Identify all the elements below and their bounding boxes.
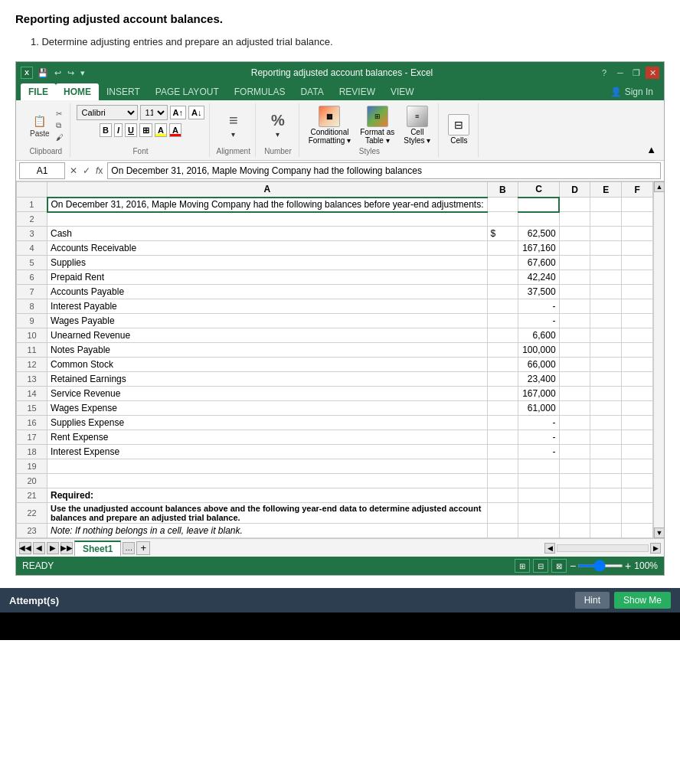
cell-a13[interactable]: Retained Earnings bbox=[47, 372, 488, 387]
cell-b2[interactable] bbox=[487, 212, 518, 227]
minimize-btn[interactable]: ─ bbox=[613, 67, 627, 79]
cell-d23[interactable] bbox=[559, 524, 590, 538]
font-name-select[interactable]: Calibri bbox=[77, 105, 138, 120]
scroll-down-btn[interactable]: ▼ bbox=[654, 528, 664, 538]
copy-button[interactable]: ⧉ bbox=[54, 120, 65, 131]
cell-a12[interactable]: Common Stock bbox=[47, 358, 488, 372]
col-header-E[interactable]: E bbox=[590, 182, 622, 198]
tab-formulas[interactable]: FORMULAS bbox=[227, 83, 293, 100]
col-header-B[interactable]: B bbox=[487, 182, 518, 198]
bold-button[interactable]: B bbox=[100, 123, 112, 137]
cell-b19[interactable] bbox=[487, 459, 518, 474]
cell-d16[interactable] bbox=[559, 416, 590, 430]
cell-b12[interactable] bbox=[487, 358, 518, 372]
zoom-slider[interactable] bbox=[577, 564, 623, 567]
cancel-formula-btn[interactable]: ✕ bbox=[68, 165, 79, 176]
cell-c10[interactable]: 6,600 bbox=[518, 328, 559, 343]
italic-button[interactable]: I bbox=[114, 123, 123, 137]
cell-f19[interactable] bbox=[622, 459, 653, 474]
cell-e11[interactable] bbox=[590, 343, 622, 358]
hscroll-right-btn[interactable]: ▶ bbox=[650, 543, 661, 554]
cell-f6[interactable] bbox=[622, 270, 653, 285]
cell-a23[interactable]: Note: If nothing belongs in a cell, leav… bbox=[47, 524, 488, 538]
cell-c1[interactable] bbox=[518, 198, 559, 212]
cell-b17[interactable] bbox=[487, 430, 518, 445]
tab-file[interactable]: FILE bbox=[21, 83, 56, 100]
cell-a7[interactable]: Accounts Payable bbox=[47, 285, 488, 299]
paste-button[interactable]: 📋 Paste bbox=[27, 111, 53, 139]
tab-data[interactable]: DATA bbox=[293, 83, 331, 100]
question-btn[interactable]: ? bbox=[597, 67, 611, 79]
cell-b5[interactable] bbox=[487, 256, 518, 270]
cell-reference-box[interactable] bbox=[19, 162, 65, 179]
cell-e9[interactable] bbox=[590, 314, 622, 328]
cell-b8[interactable] bbox=[487, 299, 518, 314]
cell-f11[interactable] bbox=[622, 343, 653, 358]
sheet-nav-last[interactable]: ▶▶ bbox=[60, 542, 73, 554]
cell-a14[interactable]: Service Revenue bbox=[47, 387, 488, 401]
cell-styles-button[interactable]: ≡ CellStyles ▾ bbox=[401, 105, 433, 145]
cell-d2[interactable] bbox=[559, 212, 590, 227]
cell-a4[interactable]: Accounts Receivable bbox=[47, 241, 488, 256]
cell-f18[interactable] bbox=[622, 445, 653, 459]
cell-f20[interactable] bbox=[622, 474, 653, 488]
cell-f21[interactable] bbox=[622, 488, 653, 503]
font-color-button[interactable]: A bbox=[169, 123, 181, 137]
border-button[interactable]: ⊞ bbox=[139, 123, 152, 137]
sheet-ellipsis-left[interactable]: … bbox=[123, 542, 135, 554]
sheet-nav-first[interactable]: ◀◀ bbox=[19, 542, 31, 554]
formula-input[interactable] bbox=[107, 162, 661, 179]
cell-c3[interactable]: 62,500 bbox=[518, 227, 559, 241]
cell-b10[interactable] bbox=[487, 328, 518, 343]
cell-d17[interactable] bbox=[559, 430, 590, 445]
save-icon[interactable]: 💾 bbox=[36, 68, 50, 78]
cell-d7[interactable] bbox=[559, 285, 590, 299]
cell-a10[interactable]: Unearned Revenue bbox=[47, 328, 488, 343]
cell-d20[interactable] bbox=[559, 474, 590, 488]
cell-d19[interactable] bbox=[559, 459, 590, 474]
cell-f2[interactable] bbox=[622, 212, 653, 227]
cell-f14[interactable] bbox=[622, 387, 653, 401]
cell-a3[interactable]: Cash bbox=[47, 227, 488, 241]
format-as-table-button[interactable]: ⊞ Format asTable ▾ bbox=[358, 105, 397, 145]
cell-c6[interactable]: 42,240 bbox=[518, 270, 559, 285]
cell-e18[interactable] bbox=[590, 445, 622, 459]
cell-e12[interactable] bbox=[590, 358, 622, 372]
cell-a16[interactable]: Supplies Expense bbox=[47, 416, 488, 430]
cell-a21[interactable]: Required: bbox=[47, 488, 488, 503]
restore-btn[interactable]: ❐ bbox=[629, 67, 643, 79]
cell-e3[interactable] bbox=[590, 227, 622, 241]
cell-f17[interactable] bbox=[622, 430, 653, 445]
cell-d9[interactable] bbox=[559, 314, 590, 328]
close-btn[interactable]: ✕ bbox=[646, 67, 659, 79]
cell-b14[interactable] bbox=[487, 387, 518, 401]
cell-b16[interactable] bbox=[487, 416, 518, 430]
vertical-scrollbar[interactable]: ▲ ▼ bbox=[653, 181, 664, 538]
cell-c7[interactable]: 37,500 bbox=[518, 285, 559, 299]
cell-e16[interactable] bbox=[590, 416, 622, 430]
cell-c4[interactable]: 167,160 bbox=[518, 241, 559, 256]
redo-icon[interactable]: ↪ bbox=[66, 68, 76, 78]
cell-f12[interactable] bbox=[622, 358, 653, 372]
cell-b20[interactable] bbox=[487, 474, 518, 488]
cell-e14[interactable] bbox=[590, 387, 622, 401]
cell-b18[interactable] bbox=[487, 445, 518, 459]
cell-d22[interactable] bbox=[559, 503, 590, 524]
cell-f7[interactable] bbox=[622, 285, 653, 299]
cell-c21[interactable] bbox=[518, 488, 559, 503]
cell-c9[interactable]: - bbox=[518, 314, 559, 328]
cell-c23[interactable] bbox=[518, 524, 559, 538]
cell-b3[interactable]: $ bbox=[487, 227, 518, 241]
cell-e23[interactable] bbox=[590, 524, 622, 538]
fill-color-button[interactable]: A bbox=[155, 123, 167, 137]
cut-button[interactable]: ✂ bbox=[54, 109, 65, 119]
cell-a9[interactable]: Wages Payable bbox=[47, 314, 488, 328]
cell-f16[interactable] bbox=[622, 416, 653, 430]
cell-e22[interactable] bbox=[590, 503, 622, 524]
cell-f1[interactable] bbox=[622, 198, 653, 212]
cell-c22[interactable] bbox=[518, 503, 559, 524]
cell-d3[interactable] bbox=[559, 227, 590, 241]
sign-in-btn[interactable]: 👤 Sign In bbox=[604, 83, 659, 100]
cell-e21[interactable] bbox=[590, 488, 622, 503]
add-sheet-btn[interactable]: + bbox=[136, 541, 150, 555]
